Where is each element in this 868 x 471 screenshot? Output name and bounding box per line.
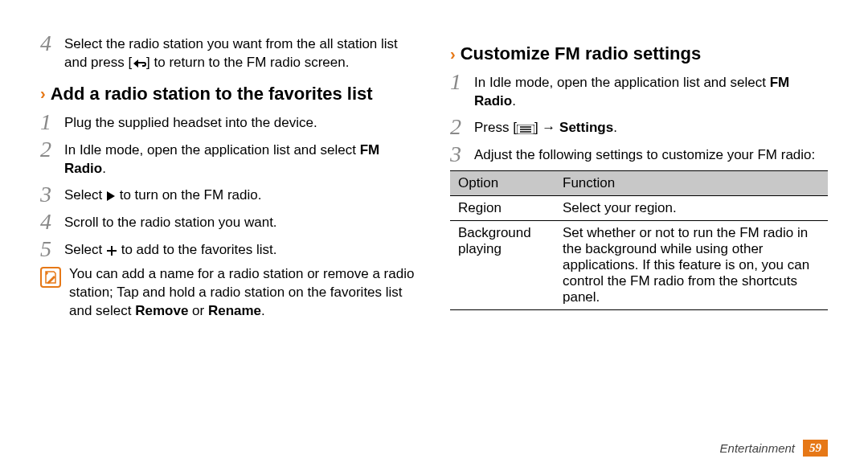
section-title: Customize FM radio settings [461,43,701,64]
step-text: Press [] → Settings. [474,116,617,137]
table-header-option: Option [450,170,555,195]
step-3: 3 Adjust the following settings to custo… [450,143,828,166]
table-header-row: Option Function [450,170,828,195]
step-1: 1 Plug the supplied headset into the dev… [40,111,418,133]
play-icon [106,190,116,202]
text-fragment: . [512,93,516,109]
text-fragment: In Idle mode, open the application list … [474,75,770,90]
step-3: 3 Select to turn on the FM radio. [40,183,418,206]
step-number: 3 [450,143,474,166]
step-text: Scroll to the radio station you want. [64,211,277,232]
bold-text: Settings [559,120,613,135]
menu-icon [517,125,534,134]
text-fragment: ] → [534,120,559,135]
text-fragment: Press [ [474,120,517,135]
left-column: 4 Select the radio station you want from… [40,32,418,434]
table-cell-function: Set whether or not to run the FM radio i… [555,220,828,309]
text-fragment: Select [64,187,106,203]
step-number: 4 [40,32,64,55]
step-text: Adjust the following settings to customi… [474,143,815,165]
step-4: 4 Scroll to the radio station you want. [40,211,418,233]
text-fragment: or [188,303,208,318]
step-number: 2 [40,138,64,161]
note-block: You can add a name for a radio station o… [40,265,418,321]
footer-section: Entertainment [720,441,795,455]
back-icon [132,58,146,69]
step-4-top: 4 Select the radio station you want from… [40,32,418,72]
step-2: 2 In Idle mode, open the application lis… [40,138,418,178]
step-number: 3 [40,183,64,206]
bold-text: Rename [208,303,261,318]
step-2: 2 Press [] → Settings. [450,116,828,138]
step-text: Select the radio station you want from t… [64,32,418,72]
step-text: In Idle mode, open the application list … [474,71,828,111]
step-text: In Idle mode, open the application list … [64,138,418,178]
text-fragment: . [613,120,617,135]
step-1: 1 In Idle mode, open the application lis… [450,71,828,111]
settings-table: Option Function Region Select your regio… [450,170,828,310]
step-number: 4 [40,211,64,233]
table-row: Region Select your region. [450,195,828,220]
table-cell-option: Region [450,195,555,220]
step-5: 5 Select to add to the favorites list. [40,238,418,260]
page-content: 4 Select the radio station you want from… [0,0,868,434]
step-number: 1 [450,71,474,93]
table-row: Background playing Set whether or not to… [450,220,828,309]
footer-page-number: 59 [803,440,828,457]
page-footer: Entertainment 59 [720,440,828,457]
chevron-icon: › [40,84,46,103]
step-text: Select to turn on the FM radio. [64,183,261,205]
section-heading-customize: › Customize FM radio settings [450,43,828,64]
right-column: › Customize FM radio settings 1 In Idle … [450,32,828,434]
bold-text: Remove [135,303,188,318]
table-cell-function: Select your region. [555,195,828,220]
section-heading-favorites: › Add a radio station to the favorites l… [40,84,418,104]
plus-icon [106,245,117,256]
table-cell-option: Background playing [450,220,555,309]
text-fragment: ] to return to the FM radio screen. [146,55,349,70]
text-fragment: Select [64,242,106,257]
text-fragment: In Idle mode, open the application list … [64,142,360,158]
table-header-function: Function [555,170,828,195]
step-number: 1 [40,111,64,133]
text-fragment: . [102,161,106,176]
step-text: Plug the supplied headset into the devic… [64,111,317,133]
step-number: 2 [450,116,474,138]
chevron-icon: › [450,45,456,63]
section-title: Add a radio station to the favorites lis… [51,84,373,104]
text-fragment: to add to the favorites list. [117,242,276,257]
text-fragment: to turn on the FM radio. [116,187,261,203]
step-text: Select to add to the favorites list. [64,238,276,260]
text-fragment: . [261,303,265,318]
note-icon [40,267,61,288]
step-number: 5 [40,238,64,260]
note-text: You can add a name for a radio station o… [69,265,418,321]
